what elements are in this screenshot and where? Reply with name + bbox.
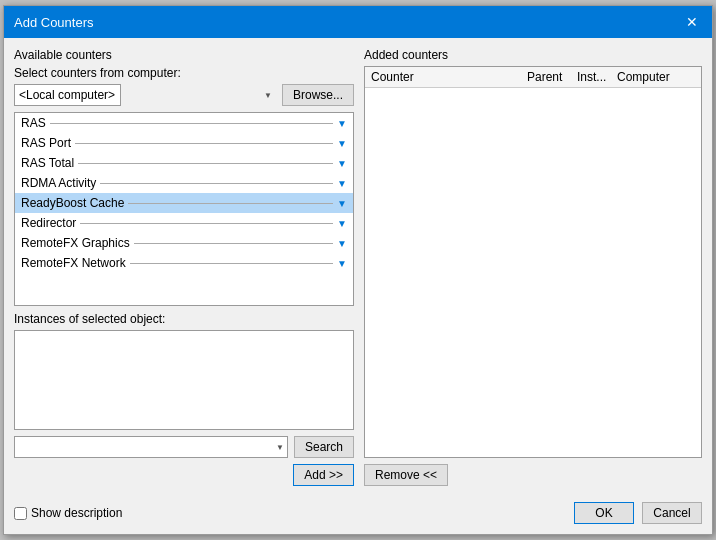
computer-select[interactable]: <Local computer> bbox=[14, 84, 121, 106]
cancel-button[interactable]: Cancel bbox=[642, 502, 702, 524]
added-counters-label: Added counters bbox=[364, 48, 702, 62]
chevron-down-icon: ▼ bbox=[337, 218, 347, 229]
left-panel: Available counters Select counters from … bbox=[14, 48, 354, 486]
counter-item-name: RemoteFX Graphics bbox=[21, 236, 333, 250]
ok-button[interactable]: OK bbox=[574, 502, 634, 524]
col-computer-header: Computer bbox=[617, 70, 695, 84]
list-item[interactable]: RAS▼ bbox=[15, 113, 353, 133]
chevron-down-icon: ▼ bbox=[337, 158, 347, 169]
close-button[interactable]: ✕ bbox=[682, 12, 702, 32]
instances-box bbox=[14, 330, 354, 430]
add-button[interactable]: Add >> bbox=[293, 464, 354, 486]
separator-line bbox=[75, 143, 333, 144]
chevron-down-icon: ▼ bbox=[337, 178, 347, 189]
separator-line bbox=[128, 203, 333, 204]
chevron-down-icon: ▼ bbox=[337, 138, 347, 149]
list-item[interactable]: Redirector▼ bbox=[15, 213, 353, 233]
title-bar: Add Counters ✕ bbox=[4, 6, 712, 38]
remove-button[interactable]: Remove << bbox=[364, 464, 448, 486]
counter-list-inner[interactable]: RAS▼RAS Port▼RAS Total▼RDMA Activity▼Rea… bbox=[15, 113, 353, 305]
search-button[interactable]: Search bbox=[294, 436, 354, 458]
separator-line bbox=[100, 183, 333, 184]
right-panel: Added counters Counter Parent Inst... Co… bbox=[364, 48, 702, 486]
list-item[interactable]: ReadyBoost Cache▼ bbox=[15, 193, 353, 213]
show-description-checkbox[interactable] bbox=[14, 507, 27, 520]
list-item[interactable]: RAS Total▼ bbox=[15, 153, 353, 173]
browse-button[interactable]: Browse... bbox=[282, 84, 354, 106]
added-table: Counter Parent Inst... Computer bbox=[364, 66, 702, 458]
show-description-label: Show description bbox=[31, 506, 122, 520]
counter-list: RAS▼RAS Port▼RAS Total▼RDMA Activity▼Rea… bbox=[14, 112, 354, 306]
separator-line bbox=[134, 243, 333, 244]
computer-select-wrapper: <Local computer> bbox=[14, 84, 276, 106]
col-parent-header: Parent bbox=[527, 70, 577, 84]
list-item[interactable]: RemoteFX Graphics▼ bbox=[15, 233, 353, 253]
list-item[interactable]: RemoteFX Network▼ bbox=[15, 253, 353, 273]
remove-row: Remove << bbox=[364, 464, 702, 486]
show-description-row: Show description bbox=[14, 506, 122, 520]
footer-buttons: OK Cancel bbox=[574, 502, 702, 524]
instances-label: Instances of selected object: bbox=[14, 312, 354, 326]
counter-item-name: RAS Total bbox=[21, 156, 333, 170]
table-header: Counter Parent Inst... Computer bbox=[365, 67, 701, 88]
add-counters-dialog: Add Counters ✕ Available counters Select… bbox=[3, 5, 713, 535]
dialog-body: Available counters Select counters from … bbox=[4, 38, 712, 496]
chevron-down-icon: ▼ bbox=[337, 118, 347, 129]
chevron-down-icon: ▼ bbox=[337, 258, 347, 269]
counter-item-name: RemoteFX Network bbox=[21, 256, 333, 270]
col-counter-header: Counter bbox=[371, 70, 527, 84]
dialog-footer: Show description OK Cancel bbox=[4, 496, 712, 534]
available-counters-label: Available counters bbox=[14, 48, 354, 62]
counter-item-name: ReadyBoost Cache bbox=[21, 196, 333, 210]
computer-select-label: Select counters from computer: bbox=[14, 66, 354, 80]
counter-item-name: RAS bbox=[21, 116, 333, 130]
col-inst-header: Inst... bbox=[577, 70, 617, 84]
counter-item-name: RDMA Activity bbox=[21, 176, 333, 190]
chevron-down-icon: ▼ bbox=[337, 198, 347, 209]
separator-line bbox=[80, 223, 333, 224]
add-row: Add >> bbox=[14, 464, 354, 486]
counter-item-name: RAS Port bbox=[21, 136, 333, 150]
list-item[interactable]: RAS Port▼ bbox=[15, 133, 353, 153]
counter-item-name: Redirector bbox=[21, 216, 333, 230]
list-item[interactable]: RDMA Activity▼ bbox=[15, 173, 353, 193]
separator-line bbox=[50, 123, 333, 124]
search-row: Search bbox=[14, 436, 354, 458]
search-input[interactable] bbox=[14, 436, 288, 458]
separator-line bbox=[130, 263, 333, 264]
chevron-down-icon: ▼ bbox=[337, 238, 347, 249]
dialog-title: Add Counters bbox=[14, 15, 94, 30]
computer-row: <Local computer> Browse... bbox=[14, 84, 354, 106]
search-select-wrapper bbox=[14, 436, 288, 458]
separator-line bbox=[78, 163, 333, 164]
